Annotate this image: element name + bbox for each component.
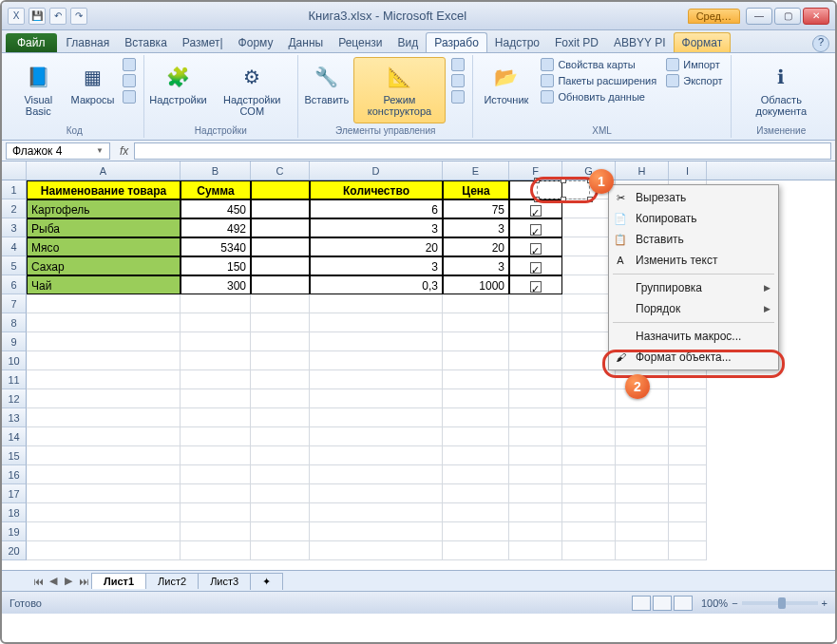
col-header[interactable]: D	[310, 161, 443, 180]
cell[interactable]	[181, 370, 251, 389]
sum-cell[interactable]: 150	[181, 256, 251, 275]
insert-control-button[interactable]: 🔧Вставить	[302, 57, 352, 123]
cell[interactable]	[669, 408, 707, 427]
cell[interactable]	[562, 484, 616, 503]
cell[interactable]	[509, 313, 562, 332]
cell[interactable]	[509, 446, 562, 465]
addins-button[interactable]: 🧩Надстройки	[148, 57, 209, 123]
cell[interactable]	[251, 484, 310, 503]
cell[interactable]	[616, 522, 669, 541]
cell[interactable]	[443, 351, 509, 370]
ctx-paste[interactable]: 📋Вставить	[609, 229, 778, 250]
sum-cell[interactable]: 300	[181, 275, 251, 294]
cell[interactable]	[181, 503, 251, 522]
cell[interactable]	[251, 522, 310, 541]
save-button[interactable]: 💾	[29, 8, 46, 25]
cell[interactable]	[562, 541, 616, 560]
table-header[interactable]	[251, 180, 310, 199]
addins-com-button[interactable]: ⚙Надстройки COM	[210, 57, 294, 123]
table-header[interactable]: Сумма	[181, 180, 251, 199]
row-header[interactable]: 5	[2, 256, 27, 275]
col-header[interactable]: H	[616, 161, 669, 180]
cell[interactable]	[669, 503, 707, 522]
qty-cell[interactable]: 3	[310, 256, 443, 275]
checkbox-cell[interactable]	[509, 256, 562, 275]
cell[interactable]	[27, 427, 181, 446]
cell[interactable]	[251, 332, 310, 351]
row-header[interactable]: 16	[2, 465, 27, 484]
item-name-cell[interactable]: Картофель	[27, 199, 181, 218]
col-header[interactable]: E	[443, 161, 509, 180]
view-normal-button[interactable]	[632, 596, 651, 611]
item-name-cell[interactable]: Чай	[27, 275, 181, 294]
cell[interactable]	[251, 427, 310, 446]
macro-security-button[interactable]	[119, 89, 140, 104]
tab-review[interactable]: Рецензи	[331, 33, 390, 52]
cell[interactable]	[509, 503, 562, 522]
row-header[interactable]: 11	[2, 370, 27, 389]
tab-home[interactable]: Главная	[59, 33, 118, 52]
name-box[interactable]: Флажок 4▼	[6, 142, 110, 160]
cell[interactable]	[27, 503, 181, 522]
row-header[interactable]: 9	[2, 332, 27, 351]
row-header[interactable]: 2	[2, 199, 27, 218]
cell[interactable]	[251, 503, 310, 522]
cell[interactable]	[310, 446, 443, 465]
export-button[interactable]: Экспорт	[662, 73, 726, 88]
ctx-assign-macro[interactable]: Назначить макрос...	[609, 326, 778, 347]
cell[interactable]	[443, 294, 509, 313]
cell[interactable]	[509, 427, 562, 446]
cell[interactable]	[27, 351, 181, 370]
cell[interactable]	[181, 389, 251, 408]
relative-refs-button[interactable]	[119, 73, 140, 88]
cell[interactable]	[509, 465, 562, 484]
ctx-copy[interactable]: 📄Копировать	[609, 208, 778, 229]
row-header[interactable]: 19	[2, 522, 27, 541]
checkbox-control[interactable]	[530, 262, 542, 274]
item-name-cell[interactable]: Рыба	[27, 218, 181, 237]
sheet-tab-2[interactable]: Лист2	[145, 573, 199, 589]
cell[interactable]	[616, 408, 669, 427]
ctx-grouping[interactable]: Группировка▶	[609, 277, 778, 298]
cell[interactable]	[509, 522, 562, 541]
cell[interactable]	[310, 313, 443, 332]
zoom-slider[interactable]	[742, 601, 818, 605]
visual-basic-button[interactable]: 📘Visual Basic	[10, 57, 67, 123]
cell[interactable]	[443, 408, 509, 427]
cell[interactable]	[669, 427, 707, 446]
import-button[interactable]: Импорт	[662, 57, 726, 72]
run-dialog-button[interactable]	[447, 89, 468, 104]
cell[interactable]	[509, 294, 562, 313]
zoom-in-button[interactable]: +	[822, 597, 827, 609]
ctx-order[interactable]: Порядок▶	[609, 298, 778, 319]
row-header[interactable]: 6	[2, 275, 27, 294]
cell[interactable]	[251, 465, 310, 484]
cell[interactable]	[443, 446, 509, 465]
col-header[interactable]: I	[669, 161, 707, 180]
cell[interactable]	[443, 313, 509, 332]
cell[interactable]	[251, 256, 310, 275]
cell[interactable]	[27, 408, 181, 427]
row-header[interactable]: 3	[2, 218, 27, 237]
view-code-button[interactable]	[447, 73, 468, 88]
cell[interactable]	[251, 218, 310, 237]
price-cell[interactable]: 75	[443, 199, 509, 218]
checkbox-control[interactable]	[530, 205, 542, 217]
tab-nav-first[interactable]: ⏮	[30, 576, 46, 587]
cell[interactable]	[509, 541, 562, 560]
redo-button[interactable]: ↷	[70, 8, 87, 25]
row-header[interactable]: 12	[2, 389, 27, 408]
row-header[interactable]: 17	[2, 484, 27, 503]
checkbox-cell[interactable]	[509, 218, 562, 237]
cell[interactable]	[27, 446, 181, 465]
qty-cell[interactable]: 0,3	[310, 275, 443, 294]
cell[interactable]	[562, 427, 616, 446]
cell[interactable]	[443, 522, 509, 541]
cell[interactable]	[181, 408, 251, 427]
properties-button[interactable]	[447, 57, 468, 72]
cell[interactable]	[443, 541, 509, 560]
cell[interactable]	[181, 484, 251, 503]
sum-cell[interactable]: 5340	[181, 237, 251, 256]
tab-foxit[interactable]: Foxit PD	[547, 33, 606, 52]
sheet-tab-new[interactable]: ✦	[250, 573, 283, 590]
